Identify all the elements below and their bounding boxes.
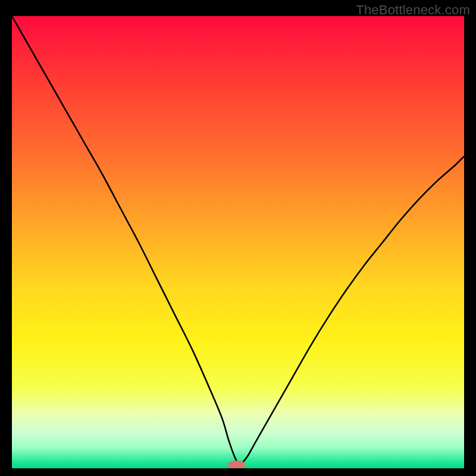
chart-frame: TheBottleneck.com <box>0 0 476 476</box>
plot-area <box>12 16 464 468</box>
gradient-background <box>12 16 464 468</box>
watermark-text: TheBottleneck.com <box>356 2 470 18</box>
bottleneck-chart <box>12 16 464 468</box>
